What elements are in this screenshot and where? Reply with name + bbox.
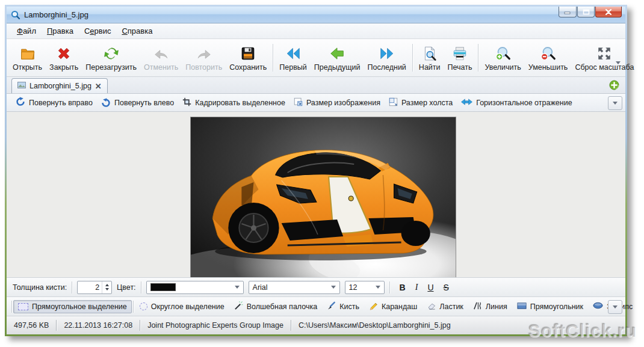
expand-arrows-icon [596, 45, 613, 62]
close-button[interactable] [595, 7, 622, 17]
find-document-icon [421, 45, 438, 62]
rotate-counterclockwise-icon [101, 98, 111, 108]
crop-selection-label: Кадрировать выделенное [195, 99, 285, 107]
tool-magic-wand-label: Волшебная палочка [247, 302, 317, 311]
rotate-left-button[interactable]: Повернуть влево [97, 96, 178, 109]
new-tab-button[interactable] [609, 80, 619, 90]
redo-arrow-icon [196, 45, 212, 62]
color-select[interactable] [146, 281, 244, 294]
first-image-button[interactable]: Первый [276, 43, 311, 73]
options-bar: Толщина кисти: 2 Цвет: Arial 12 B I U S [7, 277, 625, 297]
tool-rectangle[interactable]: Прямоугольник [512, 299, 588, 314]
text-format-buttons: B I U S [400, 283, 449, 292]
menu-edit[interactable]: Правка [42, 25, 79, 37]
tool-eraser[interactable]: Ластик [422, 299, 468, 315]
green-left-arrow-icon [329, 45, 345, 62]
stepper-arrows-icon[interactable] [102, 281, 111, 293]
menu-help[interactable]: Справка [116, 25, 158, 37]
find-button[interactable]: Найти [415, 43, 444, 73]
redo-button[interactable]: Повторить [182, 43, 226, 73]
undo-arrow-icon [153, 45, 170, 62]
brush-width-label: Толщина кисти: [13, 283, 67, 292]
toolbar-overflow-chevron-icon[interactable] [616, 56, 621, 67]
open-button-label: Открыть [13, 63, 42, 72]
zoom-in-button[interactable]: Увеличить [481, 43, 524, 73]
ellipse-shape-icon [593, 302, 603, 311]
zoom-in-button-label: Увеличить [485, 63, 521, 72]
rotate-left-label: Повернуть влево [114, 99, 174, 107]
tool-round-select[interactable]: Округлое выделение [135, 300, 229, 313]
reload-button[interactable]: Перезагрузить [82, 43, 140, 73]
options-separator [141, 281, 141, 293]
chevron-down-icon [376, 286, 380, 289]
reset-zoom-button[interactable]: Сброс масштаба [571, 43, 637, 73]
color-label: Цвет: [117, 283, 135, 292]
font-size-select[interactable]: 12 [345, 281, 385, 294]
floppy-disk-icon [240, 45, 256, 62]
editbar-overflow-chevron-icon[interactable] [608, 96, 622, 110]
tools-separator [11, 301, 12, 313]
zoom-out-button[interactable]: Уменьшить [525, 43, 572, 73]
horizontal-flip-button[interactable]: Горизонтальное отражение [457, 96, 576, 109]
toolbar-separator [412, 44, 413, 72]
tool-line-label: Линия [486, 302, 507, 311]
eraser-icon [427, 301, 436, 312]
tool-pencil[interactable]: Карандаш [364, 299, 422, 315]
status-separator [140, 320, 140, 331]
close-file-button[interactable]: Закрыть [46, 43, 82, 73]
italic-button[interactable]: I [415, 283, 418, 292]
zoom-in-magnifier-icon [495, 45, 512, 62]
window-title: Lamborghini_5.jpg [24, 10, 88, 19]
rect-selection-icon [18, 303, 28, 310]
status-file-size: 497,56 KB [14, 321, 49, 330]
refresh-icon [103, 45, 120, 62]
tab-lamborghini[interactable]: Lamborghini_5.jpg ✕ [11, 78, 108, 93]
options-separator [389, 281, 390, 293]
save-button-label: Сохранить [229, 63, 267, 72]
bold-button[interactable]: B [400, 283, 406, 292]
tool-rect-select[interactable]: Прямоугольное выделение [13, 300, 132, 313]
tool-magic-wand[interactable]: Волшебная палочка [229, 299, 322, 315]
tool-brush[interactable]: Кисть [322, 299, 364, 315]
close-file-button-label: Закрыть [49, 63, 78, 72]
image-size-button[interactable]: Размер изображения [289, 96, 385, 110]
find-button-label: Найти [419, 63, 441, 72]
underline-button[interactable]: U [427, 283, 433, 292]
tool-line[interactable]: Линия [468, 299, 512, 315]
open-button[interactable]: Открыть [9, 43, 46, 73]
font-family-select[interactable]: Arial [249, 281, 340, 294]
print-button-label: Печать [448, 63, 472, 72]
restore-button[interactable] [577, 7, 595, 17]
tool-pencil-label: Карандаш [382, 302, 417, 311]
menu-service[interactable]: Сервис [79, 25, 117, 37]
lamborghini-photo[interactable] [190, 117, 456, 277]
last-image-button[interactable]: Последний [364, 43, 410, 73]
strikethrough-button[interactable]: S [444, 283, 449, 292]
tab-label: Lamborghini_5.jpg [29, 82, 91, 90]
font-family-value: Arial [253, 283, 268, 292]
image-size-icon [294, 97, 303, 108]
previous-image-button[interactable]: Предыдущий [311, 43, 364, 73]
tab-close-icon[interactable]: ✕ [95, 82, 102, 90]
undo-button[interactable]: Отменить [140, 43, 182, 73]
brush-width-stepper[interactable]: 2 [77, 281, 112, 294]
save-button[interactable]: Сохранить [226, 43, 270, 73]
canvas-size-button[interactable]: Размер холста [385, 96, 457, 110]
tab-bar: Lamborghini_5.jpg ✕ [7, 77, 625, 94]
rotate-right-button[interactable]: Повернуть вправо [11, 95, 97, 110]
tools-overflow-chevron-icon[interactable] [608, 300, 622, 314]
tools-separator [133, 301, 134, 313]
crop-selection-button[interactable]: Кадрировать выделенное [178, 96, 289, 110]
edit-toolbar: Повернуть вправо Повернуть влево Кадриро… [7, 94, 625, 112]
brush-icon [327, 301, 336, 312]
tools-bar: Прямоугольное выделение Округлое выделен… [7, 297, 625, 316]
zoom-out-button-label: Уменьшить [528, 63, 568, 72]
minimize-button[interactable] [559, 7, 577, 17]
image-canvas-area[interactable] [7, 112, 625, 277]
title-bar[interactable]: Lamborghini_5.jpg [7, 7, 625, 23]
status-bar: 497,56 KB 22.11.2013 16:27:08 Joint Phot… [7, 316, 625, 334]
print-button[interactable]: Печать [444, 43, 476, 73]
printer-icon [451, 45, 468, 62]
last-image-button-label: Последний [368, 63, 406, 72]
menu-file[interactable]: Файл [11, 25, 42, 37]
